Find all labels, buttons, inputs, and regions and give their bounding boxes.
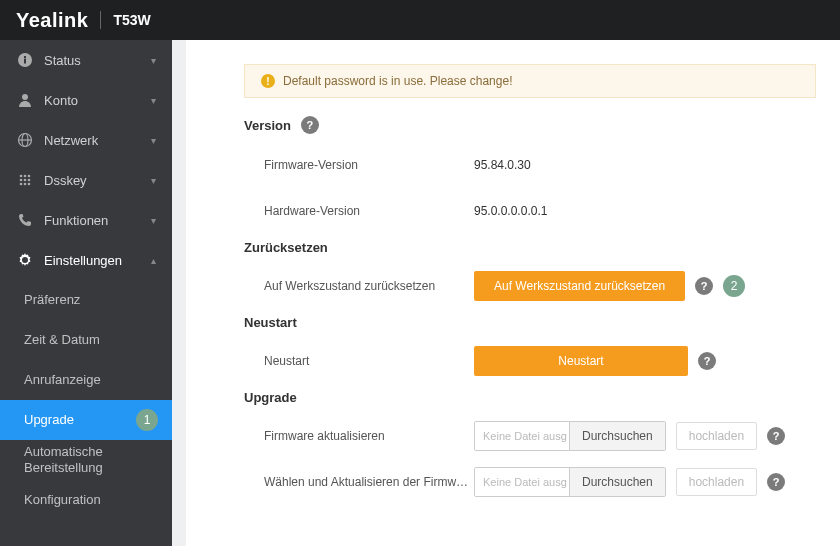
firmware-version-value: 95.84.0.30 [474, 158, 531, 172]
brand-logo: Yealink [16, 9, 88, 32]
row-factory-reset: Auf Werkszustand zurücksetzen Auf Werksz… [244, 269, 816, 303]
row-firmware-version: Firmware-Version 95.84.0.30 [244, 148, 816, 182]
svg-point-3 [22, 94, 28, 100]
section-title-text: Upgrade [244, 390, 297, 405]
row-firmware-update: Firmware aktualisieren Keine Datei ausg … [244, 419, 816, 453]
step-badge: 2 [723, 275, 745, 297]
sidebar-sub-label: Konfiguration [24, 492, 101, 508]
select-firmware-label: Wählen und Aktualisieren der Firmware de… [264, 475, 474, 489]
file-chooser[interactable]: Keine Datei ausg Durchsuchen [474, 467, 666, 497]
file-chooser[interactable]: Keine Datei ausg Durchsuchen [474, 421, 666, 451]
sidebar-sub-upgrade[interactable]: Upgrade 1 [0, 400, 172, 440]
row-hardware-version: Hardware-Version 95.0.0.0.0.0.1 [244, 194, 816, 228]
svg-point-14 [24, 183, 27, 186]
svg-point-15 [28, 183, 31, 186]
hardware-version-value: 95.0.0.0.0.0.1 [474, 204, 547, 218]
help-icon[interactable]: ? [767, 427, 785, 445]
svg-point-10 [20, 179, 23, 182]
model-name: T53W [113, 12, 150, 28]
firmware-update-label: Firmware aktualisieren [264, 429, 474, 443]
sidebar-item-status[interactable]: Status ▾ [0, 40, 172, 80]
main-content: ! Default password is in use. Please cha… [186, 40, 840, 546]
section-version: Version ? [244, 116, 816, 134]
sidebar-item-label: Einstellungen [44, 253, 151, 268]
help-icon[interactable]: ? [698, 352, 716, 370]
globe-icon [16, 131, 34, 149]
section-restart: Neustart [244, 315, 816, 330]
hardware-version-label: Hardware-Version [264, 204, 474, 218]
browse-button[interactable]: Durchsuchen [569, 422, 665, 450]
chevron-down-icon: ▾ [151, 95, 156, 106]
app-header: Yealink T53W [0, 0, 840, 40]
file-placeholder: Keine Datei ausg [475, 422, 569, 450]
sidebar-item-label: Dsskey [44, 173, 151, 188]
sidebar-sub-zeit-datum[interactable]: Zeit & Datum [0, 320, 172, 360]
sidebar-subnav: Präferenz Zeit & Datum Anrufanzeige Upgr… [0, 280, 172, 520]
chevron-down-icon: ▾ [151, 55, 156, 66]
sidebar-item-einstellungen[interactable]: Einstellungen ▴ [0, 240, 172, 280]
info-icon [16, 51, 34, 69]
sidebar-item-label: Konto [44, 93, 151, 108]
header-divider [100, 11, 101, 29]
chevron-down-icon: ▾ [151, 135, 156, 146]
sidebar-item-label: Status [44, 53, 151, 68]
sidebar-sub-label: Anrufanzeige [24, 372, 101, 388]
warning-icon: ! [261, 74, 275, 88]
factory-reset-label: Auf Werkszustand zurücksetzen [264, 279, 474, 293]
restart-button[interactable]: Neustart [474, 346, 688, 376]
sidebar-sub-label: Automatische Bereitstellung [24, 444, 172, 475]
restart-label: Neustart [264, 354, 474, 368]
sidebar-sub-label: Präferenz [24, 292, 80, 308]
svg-point-16 [23, 258, 27, 262]
section-title-text: Zurücksetzen [244, 240, 328, 255]
phone-icon [16, 211, 34, 229]
chevron-down-icon: ▾ [151, 175, 156, 186]
sidebar-sub-konfiguration[interactable]: Konfiguration [0, 480, 172, 520]
svg-rect-1 [24, 59, 26, 64]
upload-button[interactable]: hochladen [676, 468, 757, 496]
sidebar-sub-label: Zeit & Datum [24, 332, 100, 348]
help-icon[interactable]: ? [301, 116, 319, 134]
sidebar-sub-anrufanzeige[interactable]: Anrufanzeige [0, 360, 172, 400]
step-badge: 1 [136, 409, 158, 431]
svg-point-7 [20, 175, 23, 178]
sidebar-item-dsskey[interactable]: Dsskey ▾ [0, 160, 172, 200]
sidebar-sub-auto-bereitstellung[interactable]: Automatische Bereitstellung [0, 440, 172, 480]
sidebar-item-funktionen[interactable]: Funktionen ▾ [0, 200, 172, 240]
section-title-text: Neustart [244, 315, 297, 330]
sidebar-sub-praeferenz[interactable]: Präferenz [0, 280, 172, 320]
svg-rect-2 [24, 56, 26, 58]
warning-text: Default password is in use. Please chang… [283, 74, 512, 88]
help-icon[interactable]: ? [695, 277, 713, 295]
password-warning-banner: ! Default password is in use. Please cha… [244, 64, 816, 98]
gear-icon [16, 251, 34, 269]
browse-button[interactable]: Durchsuchen [569, 468, 665, 496]
row-restart: Neustart Neustart ? [244, 344, 816, 378]
chevron-down-icon: ▾ [151, 215, 156, 226]
section-upgrade: Upgrade [244, 390, 816, 405]
sidebar: Status ▾ Konto ▾ Netzwerk ▾ [0, 40, 172, 546]
firmware-version-label: Firmware-Version [264, 158, 474, 172]
chevron-up-icon: ▴ [151, 255, 156, 266]
row-select-firmware: Wählen und Aktualisieren der Firmware de… [244, 465, 816, 499]
sidebar-item-label: Netzwerk [44, 133, 151, 148]
sidebar-item-konto[interactable]: Konto ▾ [0, 80, 172, 120]
scrollbar[interactable] [172, 40, 186, 546]
help-icon[interactable]: ? [767, 473, 785, 491]
user-icon [16, 91, 34, 109]
svg-point-12 [28, 179, 31, 182]
svg-point-9 [28, 175, 31, 178]
factory-reset-button[interactable]: Auf Werkszustand zurücksetzen [474, 271, 685, 301]
section-reset: Zurücksetzen [244, 240, 816, 255]
section-title-text: Version [244, 118, 291, 133]
svg-point-11 [24, 179, 27, 182]
file-placeholder: Keine Datei ausg [475, 468, 569, 496]
sidebar-item-netzwerk[interactable]: Netzwerk ▾ [0, 120, 172, 160]
upload-button[interactable]: hochladen [676, 422, 757, 450]
sidebar-item-label: Funktionen [44, 213, 151, 228]
dialpad-icon [16, 171, 34, 189]
sidebar-sub-label: Upgrade [24, 412, 74, 428]
svg-point-13 [20, 183, 23, 186]
svg-point-8 [24, 175, 27, 178]
